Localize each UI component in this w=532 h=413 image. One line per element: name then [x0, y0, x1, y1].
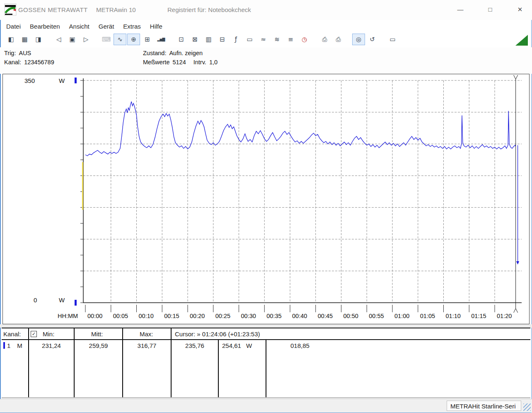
cursor-a-value: 235,76 — [172, 340, 219, 397]
dual-wave-icon: ≈ — [261, 36, 266, 43]
trig-label: Trig: — [4, 50, 16, 56]
channel-range-marker-bottom — [75, 300, 77, 306]
mitt-header: Mitt: — [75, 330, 103, 338]
window-arrow-right-icon: ▷ — [84, 36, 89, 43]
menu-ansicht[interactable]: Ansicht — [65, 21, 94, 32]
cursor-delta-value: 018,85 — [266, 340, 530, 397]
menu-bearbeiten[interactable]: Bearbeiten — [25, 21, 65, 32]
digital-display-button[interactable]: ▥ — [202, 34, 215, 45]
chart-panel: 00:0000:0500:1000:1500:2000:2500:3000:35… — [2, 74, 530, 324]
trace-end-arrow — [516, 261, 519, 265]
min-value: 231,24 — [29, 340, 75, 397]
zustand-value: Aufn. zeigen — [169, 50, 203, 56]
messwerte-label: Meßwerte — [143, 59, 169, 66]
annotation-button[interactable]: ▭ — [386, 34, 399, 45]
timer-button[interactable]: ◷ — [298, 34, 311, 45]
print-report-button[interactable]: ⎙ — [332, 34, 345, 45]
mitt-header-cell: Mitt: — [75, 328, 123, 339]
monitor-curve-button[interactable]: ⊟ — [216, 34, 229, 45]
keyboard-icon: ⌨ — [102, 36, 111, 43]
histogram-view-button[interactable]: ▂▅▇ — [155, 34, 167, 45]
magnifier-undo-icon: ↺ — [370, 36, 375, 43]
close-button[interactable]: ✕ — [513, 4, 527, 15]
status-info: Trig:AUS Kanal:123456789 Zustand:Aufn. z… — [0, 47, 532, 74]
display-icon: ▭ — [247, 36, 252, 43]
menu-extras[interactable]: Extras — [118, 21, 145, 32]
cursor-b-value: 254,61 — [222, 342, 241, 349]
y-axis-min-label: 0 — [34, 296, 37, 304]
maximize-button[interactable]: □ — [483, 4, 497, 15]
channel-table-header: Kanal: ✓ Min: Mitt: Max: Cursor: » 01:24… — [2, 328, 530, 340]
x-tick-label: 00:15 — [164, 313, 179, 319]
xy-chart-button[interactable]: ⊕ — [127, 34, 140, 45]
toolbar-separator — [168, 34, 174, 45]
open-file-button[interactable]: ◨ — [32, 34, 45, 45]
x-tick-label: 01:00 — [394, 313, 409, 319]
bar-chart-icon: ▂▅▇ — [157, 38, 165, 41]
open-measurement-button[interactable]: ◧ — [5, 34, 17, 45]
channel-number: 1 — [7, 342, 10, 349]
monitor-arrow-icon: ⊠ — [192, 36, 198, 43]
device-connect-button[interactable]: ⊡ — [175, 34, 188, 45]
window-copy-button[interactable]: ▣ — [66, 34, 79, 45]
x-tick-label: 01:15 — [471, 313, 486, 319]
messwerte-value: 5124 — [172, 59, 186, 66]
x-tick-label: 00:00 — [87, 313, 102, 319]
printer-icon: ⎙ — [322, 36, 327, 43]
table-view-button[interactable]: ⊞ — [141, 34, 154, 45]
resize-grip[interactable] — [523, 403, 531, 411]
mitt-value: 259,59 — [75, 340, 123, 397]
print-chart-button[interactable]: ⎙ — [318, 34, 331, 45]
max-header-cell: Max: — [123, 328, 172, 339]
channel-2-axis-strip — [82, 162, 83, 210]
y-axis-unit-top: W — [59, 77, 65, 84]
callout-icon: ▭ — [389, 36, 395, 43]
channel-range-marker-top — [75, 78, 77, 83]
channel-visibility-checkbox[interactable]: ✓ — [31, 331, 37, 337]
channel-id-cell: 1 M — [2, 340, 29, 397]
counter-display-button[interactable]: ▭ — [243, 34, 256, 45]
window-forward-button[interactable]: ▷ — [80, 34, 92, 45]
fx-icon: ƒ — [235, 36, 237, 43]
magnifier-wave-icon: ◎ — [356, 36, 361, 43]
yt-chart-button[interactable]: ∿ — [114, 34, 126, 45]
value-list-button[interactable]: ≡ — [284, 34, 297, 45]
menu-datei[interactable]: Datei — [2, 21, 25, 32]
dual-channel-button[interactable]: ≈ — [257, 34, 270, 45]
keyboard-entry-button[interactable]: ⌨ — [100, 34, 113, 45]
disk-import-icon: ◧ — [8, 36, 14, 43]
printer-settings-icon: ⎙ — [336, 36, 341, 43]
cursor-unit: W — [246, 342, 252, 349]
panel-spacer — [0, 324, 532, 328]
kanal-label: Kanal: — [4, 59, 21, 66]
cursor-header: Cursor: » 01:24:06 (+01:23:53) — [172, 328, 530, 339]
menu-geraet[interactable]: Gerät — [94, 21, 119, 32]
zustand-label: Zustand: — [143, 50, 166, 56]
value-list-icon: ≡ — [288, 36, 293, 43]
menu-hilfe[interactable]: Hilfe — [145, 21, 167, 32]
window-back-button[interactable]: ◁ — [52, 34, 65, 45]
y-axis-max-label: 350 — [24, 77, 35, 84]
x-tick-label: 01:20 — [497, 313, 512, 319]
zoom-reset-button[interactable]: ↺ — [366, 34, 379, 45]
minimize-button[interactable]: — — [453, 4, 467, 15]
x-tick-label: 01:05 — [420, 313, 435, 319]
max-header: Max: — [123, 330, 153, 338]
envelope-curves-button[interactable]: ≋ — [271, 34, 283, 45]
x-axis-unit-label: HH:MM — [58, 313, 78, 319]
cursor-b-cell: 254,61 W — [219, 340, 266, 397]
line-chart-icon: ∿ — [117, 36, 123, 43]
device-status: METRAHit Starline-Seri — [447, 401, 521, 411]
title-bar: GOSSEN METRAWATT METRAwin 10 Registriert… — [0, 0, 532, 20]
record-indicator-triangle — [515, 35, 528, 46]
formula-button[interactable]: ƒ — [230, 34, 242, 45]
save-measurement-button[interactable]: ▦ — [18, 34, 31, 45]
channel-table: Kanal: ✓ Min: Mitt: Max: Cursor: » 01:24… — [2, 328, 530, 398]
min-header-cell: ✓ Min: — [29, 328, 75, 339]
monitor-icon: ⊡ — [179, 36, 184, 43]
x-tick-label: 00:50 — [343, 313, 358, 319]
zoom-curve-button[interactable]: ◎ — [352, 34, 365, 45]
trig-value: AUS — [19, 50, 31, 56]
device-readout-button[interactable]: ⊠ — [189, 34, 201, 45]
chart-cursor[interactable] — [514, 75, 518, 313]
